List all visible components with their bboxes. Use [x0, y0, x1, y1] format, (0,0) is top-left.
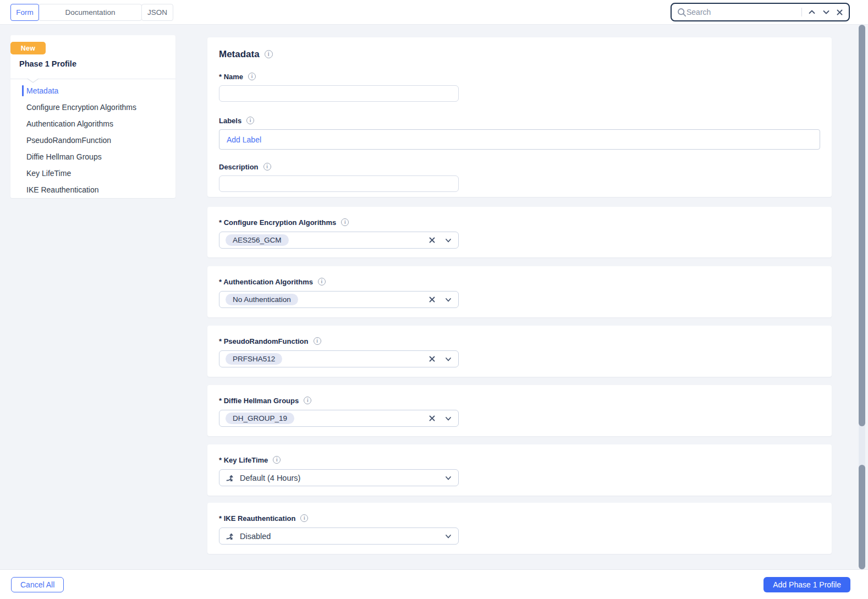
chevron-down-icon[interactable] — [444, 415, 452, 422]
chevron-down-icon[interactable] — [444, 355, 452, 363]
field-label-row: * Authentication Algorithms i — [219, 278, 820, 286]
selected-chip: No Authentication — [226, 294, 298, 306]
chevron-down-icon[interactable] — [444, 296, 452, 304]
pseudorandomfunction-select[interactable]: PRFSHA512 — [219, 350, 459, 367]
metadata-heading: Metadata — [219, 49, 260, 60]
authentication-algorithms-card: * Authentication Algorithms i No Authent… — [207, 266, 832, 317]
ike-reauthentication-value: Disabled — [240, 532, 271, 541]
pseudorandomfunction-label: * PseudoRandomFunction — [219, 337, 309, 345]
clear-selection-icon[interactable] — [428, 296, 436, 303]
sidebar-item-label: Metadata — [26, 86, 58, 95]
diffie-hellman-groups-select[interactable]: DH_GROUP_19 — [219, 410, 459, 427]
description-label-row: Description i — [219, 163, 820, 171]
sidebar-item-authentication-algorithms[interactable]: Authentication Algorithms — [10, 116, 175, 132]
close-icon — [836, 9, 843, 16]
chevron-down-icon[interactable] — [444, 532, 452, 540]
section-nav: Metadata Configure Encryption Algorithms… — [10, 83, 175, 198]
sidebar-item-label: Authentication Algorithms — [26, 119, 113, 128]
top-bar: Form Documentation JSON — [0, 0, 868, 25]
sidebar-item-configure-encryption-algorithms[interactable]: Configure Encryption Algorithms — [10, 99, 175, 116]
key-lifetime-value: Default (4 Hours) — [240, 474, 300, 482]
configure-encryption-algorithms-label: * Configure Encryption Algorithms — [219, 218, 336, 227]
name-label: * Name — [219, 73, 243, 81]
new-badge: New — [10, 42, 46, 54]
tab-json[interactable]: JSON — [141, 4, 173, 21]
diffie-hellman-groups-card: * Diffie Hellman Groups i DH_GROUP_19 — [207, 385, 832, 436]
clear-selection-icon[interactable] — [428, 355, 436, 362]
info-icon[interactable]: i — [246, 117, 254, 124]
ike-reauthentication-select[interactable]: Disabled — [219, 527, 459, 545]
profile-nav-panel: New Phase 1 Profile Metadata Configure E… — [10, 35, 175, 198]
sidebar-item-label: PseudoRandomFunction — [26, 136, 111, 145]
diffie-hellman-groups-label: * Diffie Hellman Groups — [219, 397, 299, 405]
chevron-down-icon[interactable] — [444, 474, 452, 482]
description-field[interactable] — [219, 175, 459, 192]
field-label-row: * Key LifeTime i — [219, 456, 820, 464]
sidebar-item-metadata[interactable]: Metadata — [10, 83, 175, 99]
info-icon[interactable]: i — [341, 218, 349, 226]
selected-chip: AES256_GCM — [226, 234, 289, 246]
metadata-heading-row: Metadata i — [219, 49, 820, 60]
split-arrow-icon — [226, 474, 234, 482]
sidebar-item-label: IKE Reauthentication — [26, 185, 99, 194]
field-label-row: * Configure Encryption Algorithms i — [219, 218, 820, 227]
sidebar-item-diffie-hellman-groups[interactable]: Diffie Hellman Groups — [10, 149, 175, 165]
scrollbar-thumb[interactable] — [859, 25, 865, 426]
search-divider — [801, 8, 802, 17]
sidebar-item-label: Key LifeTime — [26, 169, 71, 178]
info-icon[interactable]: i — [265, 50, 273, 58]
pseudorandomfunction-card: * PseudoRandomFunction i PRFSHA512 — [207, 326, 832, 377]
info-icon[interactable]: i — [273, 456, 281, 464]
authentication-algorithms-select[interactable]: No Authentication — [219, 291, 459, 308]
field-label-row: * Diffie Hellman Groups i — [219, 397, 820, 405]
add-label-link[interactable]: Add Label — [227, 135, 261, 144]
clear-selection-icon[interactable] — [428, 415, 436, 422]
chevron-up-icon — [807, 8, 816, 17]
info-icon[interactable]: i — [300, 514, 308, 522]
field-label-row: * PseudoRandomFunction i — [219, 337, 820, 345]
cancel-all-button[interactable]: Cancel All — [11, 577, 64, 592]
configure-encryption-algorithms-select[interactable]: AES256_GCM — [219, 232, 459, 249]
info-icon[interactable]: i — [248, 73, 256, 80]
key-lifetime-select[interactable]: Default (4 Hours) — [219, 469, 459, 486]
selected-chip: PRFSHA512 — [226, 353, 282, 365]
profile-title: Phase 1 Profile — [19, 59, 76, 68]
sidebar-item-label: Diffie Hellman Groups — [26, 152, 102, 161]
sidebar-item-pseudorandomfunction[interactable]: PseudoRandomFunction — [10, 132, 175, 149]
key-lifetime-card: * Key LifeTime i Default (4 Hours) — [207, 444, 832, 496]
info-icon[interactable]: i — [318, 278, 326, 285]
footer-bar: Cancel All Add Phase 1 Profile — [0, 569, 868, 599]
info-icon[interactable]: i — [314, 337, 321, 345]
key-lifetime-label: * Key LifeTime — [219, 456, 268, 464]
search-prev-button[interactable] — [807, 8, 816, 17]
active-indicator — [22, 85, 24, 96]
tab-form[interactable]: Form — [10, 4, 39, 21]
tab-documentation[interactable]: Documentation — [39, 4, 142, 21]
search-next-button[interactable] — [822, 8, 831, 17]
field-label-row: * IKE Reauthentication i — [219, 514, 820, 523]
search-close-button[interactable] — [836, 9, 843, 16]
scrollbar-thumb-secondary[interactable] — [859, 465, 865, 569]
ike-reauthentication-label: * IKE Reauthentication — [219, 514, 295, 523]
info-icon[interactable]: i — [304, 397, 311, 404]
chevron-down-icon[interactable] — [444, 237, 452, 244]
clear-selection-icon[interactable] — [428, 237, 436, 244]
configure-encryption-algorithms-card: * Configure Encryption Algorithms i AES2… — [207, 207, 832, 257]
split-arrow-icon — [226, 532, 234, 541]
sidebar-item-ike-reauthentication[interactable]: IKE Reauthentication — [10, 182, 175, 198]
chevron-down-icon — [822, 8, 831, 17]
name-field[interactable] — [219, 85, 459, 102]
name-label-row: * Name i — [219, 73, 820, 81]
sidebar-item-label: Configure Encryption Algorithms — [26, 103, 136, 112]
labels-label-row: Labels i — [219, 117, 820, 125]
search-box — [671, 3, 850, 21]
labels-label: Labels — [219, 117, 241, 125]
search-input[interactable] — [686, 8, 798, 17]
info-icon[interactable]: i — [263, 163, 271, 171]
add-phase-1-profile-button[interactable]: Add Phase 1 Profile — [763, 577, 850, 592]
search-icon — [677, 8, 686, 17]
sidebar-item-key-lifetime[interactable]: Key LifeTime — [10, 165, 175, 182]
selected-chip: DH_GROUP_19 — [226, 413, 294, 425]
authentication-algorithms-label: * Authentication Algorithms — [219, 278, 313, 286]
labels-field[interactable]: Add Label — [219, 129, 820, 150]
